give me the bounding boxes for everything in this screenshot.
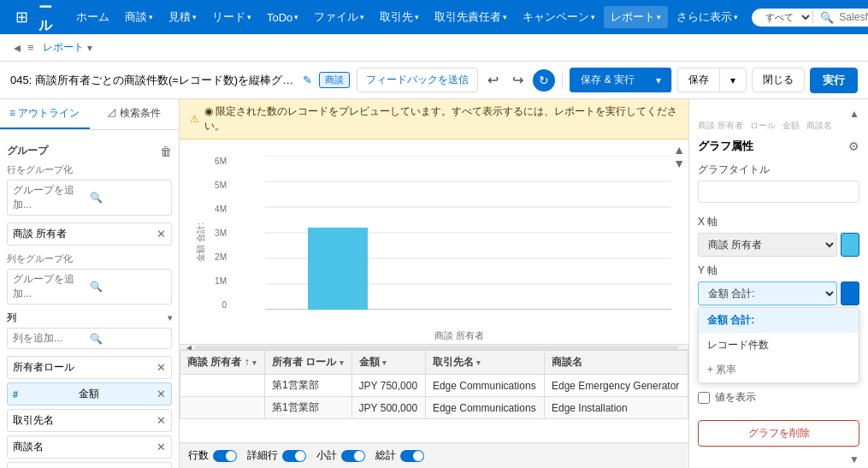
th-deal[interactable]: 商談名 bbox=[544, 351, 688, 375]
show-value-checkbox[interactable] bbox=[698, 392, 710, 404]
report-badge[interactable]: 商談 bbox=[319, 72, 350, 88]
rows-toggle-switch[interactable] bbox=[213, 450, 237, 462]
y-label-2m: 2M bbox=[215, 252, 227, 262]
groups-delete-icon[interactable]: 🗑 bbox=[160, 145, 172, 158]
search-scope-select[interactable]: すべて bbox=[762, 11, 813, 23]
feedback-button[interactable]: フィードバックを送信 bbox=[357, 68, 478, 92]
x-axis-select[interactable]: 商談 所有者 bbox=[698, 233, 837, 257]
graph-props-title: グラフ属性 bbox=[698, 139, 753, 154]
x-axis-label: X 軸 bbox=[698, 215, 859, 229]
x-axis-color-swatch[interactable] bbox=[841, 233, 859, 257]
y-axis-color-swatch[interactable] bbox=[841, 281, 859, 305]
nav-accounts[interactable]: 取引先 ▾ bbox=[373, 6, 426, 28]
search-icon-col-group: 🔍 bbox=[90, 281, 167, 293]
info-bar: ⚠ ◉ 限定された数のレコードをプレビューしています。すべて表示するには、レポー… bbox=[180, 99, 688, 139]
nav-campaigns[interactable]: キャンペーン ▾ bbox=[516, 6, 602, 28]
right-panel-table-preview: 商談 所有者 ロール 金額 商談名 bbox=[698, 120, 859, 132]
y-axis: 6M 5M 4M 3M 2M 1M 0 bbox=[188, 157, 227, 310]
total-toggle-switch[interactable] bbox=[400, 450, 424, 462]
search-input[interactable] bbox=[839, 11, 868, 23]
edit-title-icon[interactable]: ✎ bbox=[303, 74, 312, 86]
nav-contacts[interactable]: 取引先責任者 ▾ bbox=[428, 6, 514, 28]
th-role[interactable]: 所有者 ロール ▾ bbox=[264, 351, 351, 375]
nav-more[interactable]: さらに表示 ▾ bbox=[670, 6, 745, 28]
nav-leads[interactable]: リード ▾ bbox=[205, 6, 258, 28]
right-panel-scroll-down[interactable]: ▼ bbox=[698, 453, 859, 465]
y-label-3m: 3M bbox=[215, 228, 227, 238]
th-account[interactable]: 取引先名 ▾ bbox=[425, 351, 544, 375]
search-icon-group: 🔍 bbox=[90, 192, 167, 204]
td-account-1: Edge Communications bbox=[425, 375, 544, 397]
search-icon-column: 🔍 bbox=[90, 333, 167, 345]
td-amount-2: JPY 500,000 bbox=[351, 397, 425, 419]
y-axis-dropdown: 金額 合計: レコード件数 + 累率 bbox=[698, 307, 859, 383]
close-button[interactable]: 閉じる bbox=[752, 68, 805, 92]
table-wrapper[interactable]: 商談 所有者 ↑ ▾ 所有者 ロール ▾ 金額 ▾ 取引先名 ▾ 商談名 第1営… bbox=[180, 350, 688, 442]
horizontal-scrollbar[interactable] bbox=[195, 346, 678, 349]
dropdown-item-amount[interactable]: 金額 合計: bbox=[699, 308, 859, 333]
left-panel-tabs: ≡ アウトライン ⊿ 検索条件 bbox=[0, 99, 179, 130]
add-group-placeholder: グループを追加... bbox=[13, 183, 90, 212]
nav-todo[interactable]: ToDo ▾ bbox=[260, 8, 305, 27]
outline-icon: ≡ bbox=[9, 107, 18, 119]
chart-scroll-down[interactable]: ▼ bbox=[673, 157, 685, 170]
save-button[interactable]: 保存 bbox=[677, 68, 719, 92]
owner-chip: 商談 所有者 ✕ bbox=[7, 222, 172, 246]
left-collapse-icon[interactable]: ◂ bbox=[14, 39, 21, 56]
add-col-group-placeholder: グループを追加... bbox=[13, 272, 90, 301]
owner-chip-label: 商談 所有者 bbox=[13, 227, 67, 241]
dropdown-item-cumulative[interactable]: + 累率 bbox=[699, 358, 859, 382]
col-amount-close[interactable]: ✕ bbox=[156, 388, 166, 400]
nav-items: ホーム 商談 ▾ 見積 ▾ リード ▾ ToDo ▾ ファイル ▾ 取引先 ▾ … bbox=[69, 6, 745, 28]
columns-label-text: 列 bbox=[7, 311, 16, 324]
nav-reports[interactable]: レポート ▾ bbox=[604, 6, 668, 28]
y-label-1m: 1M bbox=[215, 276, 227, 286]
save-run-button[interactable]: 保存 & 実行 bbox=[570, 68, 645, 92]
gear-icon[interactable]: ⚙ bbox=[848, 139, 859, 153]
add-col-group-input[interactable]: グループを追加... 🔍 bbox=[7, 269, 172, 305]
row-group-label: 行をグループ化 bbox=[7, 163, 172, 176]
graph-title-input[interactable] bbox=[698, 181, 859, 203]
td-amount-1: JPY 750,000 bbox=[351, 375, 425, 397]
report-title-bar: 045: 商談所有者ごとの商談件数(=レコード数)を縦棒グラフで表示する。また商… bbox=[0, 62, 868, 99]
tab-outline[interactable]: ≡ アウトライン bbox=[0, 99, 90, 129]
show-value-row: 値を表示 bbox=[698, 390, 859, 405]
refresh-button[interactable]: ↻ bbox=[533, 69, 555, 92]
nav-home[interactable]: ホーム bbox=[69, 6, 116, 28]
col-deal-name-close[interactable]: ✕ bbox=[156, 441, 166, 453]
add-row-group-input[interactable]: グループを追加... 🔍 bbox=[7, 180, 172, 216]
add-column-input[interactable]: 列を追加... 🔍 bbox=[7, 328, 172, 349]
th-amount[interactable]: 金額 ▾ bbox=[351, 351, 425, 375]
y-axis-select[interactable]: 金額 合計: bbox=[698, 281, 837, 305]
detail-toggle-switch[interactable] bbox=[282, 450, 306, 462]
run-button[interactable]: 実行 bbox=[810, 68, 858, 93]
col-account-close[interactable]: ✕ bbox=[156, 414, 166, 427]
dropdown-item-record-count[interactable]: レコード件数 bbox=[699, 333, 859, 358]
right-panel-scroll-up[interactable]: ▲ bbox=[698, 108, 859, 120]
save-run-group: 保存 & 実行 ▾ bbox=[570, 68, 672, 92]
grid-icon[interactable]: ⊞ bbox=[15, 8, 28, 27]
subtotal-toggle-switch[interactable] bbox=[341, 450, 365, 462]
col-owner-role-close[interactable]: ✕ bbox=[156, 361, 166, 374]
tab-filters[interactable]: ⊿ 検索条件 bbox=[90, 99, 180, 129]
rows-label: 行数 bbox=[188, 448, 209, 463]
chart-scroll-up[interactable]: ▲ bbox=[673, 143, 685, 157]
td-account-2: Edge Communications bbox=[425, 397, 544, 419]
owner-chip-close[interactable]: ✕ bbox=[156, 228, 166, 240]
save-chevron[interactable]: ▾ bbox=[719, 68, 747, 92]
nav-files[interactable]: ファイル ▾ bbox=[307, 6, 371, 28]
col-deal-name: 商談名 ✕ bbox=[7, 435, 172, 459]
columns-section-header: 列 ▾ bbox=[7, 311, 172, 324]
bar-user-a bbox=[308, 228, 368, 310]
redo-button[interactable]: ↪ bbox=[508, 69, 528, 91]
nav-deals[interactable]: 商談 ▾ bbox=[118, 6, 160, 28]
th-owner[interactable]: 商談 所有者 ↑ ▾ bbox=[180, 351, 265, 375]
delete-graph-button[interactable]: グラフを削除 bbox=[698, 420, 859, 447]
td-owner-2 bbox=[180, 397, 265, 419]
nav-quotes[interactable]: 見積 ▾ bbox=[162, 6, 204, 28]
detail-label: 詳細行 bbox=[247, 448, 278, 463]
breadcrumb-parent[interactable]: レポート bbox=[43, 40, 84, 55]
undo-button[interactable]: ↩ bbox=[483, 69, 503, 91]
y-label-0: 0 bbox=[221, 300, 227, 310]
save-run-chevron[interactable]: ▾ bbox=[645, 68, 672, 92]
